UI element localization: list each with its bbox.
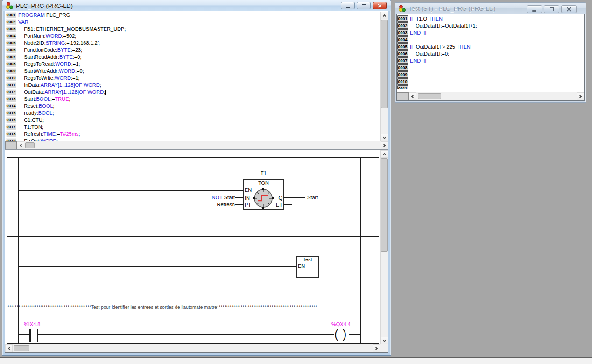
code-text[interactable]: OutData:ARRAY[1..128]OF WORD;: [16, 89, 106, 96]
line-number[interactable]: 0010: [397, 78, 408, 85]
scroll-track[interactable]: [29, 344, 373, 352]
ton-pt-operand[interactable]: Refresh: [192, 202, 235, 207]
scroll-thumb[interactable]: [381, 20, 388, 108]
scroll-right-button[interactable]: [577, 92, 584, 100]
line-number[interactable]: 0007: [6, 54, 16, 60]
coil-address-label[interactable]: %QX4.4: [331, 322, 351, 327]
line-number[interactable]: 0007: [397, 57, 408, 64]
code-line[interactable]: 0010 RegsToWrite:WORD:=1;: [6, 75, 380, 82]
code-line[interactable]: 0001PROGRAM PLC_PRG: [6, 12, 380, 19]
code-line[interactable]: 0005IF OutData[1] > 225 THEN: [397, 43, 584, 50]
ton-q-operand[interactable]: Start: [307, 195, 318, 200]
st-hscrollbar[interactable]: [397, 92, 584, 100]
restore-button[interactable]: [357, 2, 371, 9]
line-number[interactable]: 0008: [6, 61, 16, 67]
scroll-right-button[interactable]: [373, 344, 380, 352]
plc-prg-titlebar[interactable]: PLC_PRG (PRG-LD): [2, 0, 391, 11]
ladder-hscrollbar[interactable]: [5, 344, 380, 352]
code-text[interactable]: OutData[1]:=OutData[1]+1;: [408, 22, 477, 29]
code-text[interactable]: C1:CTU;: [16, 117, 44, 124]
scroll-up-button[interactable]: [381, 150, 388, 158]
code-line[interactable]: 0003END_IF: [397, 29, 584, 36]
code-text[interactable]: Refresh:TIME:=T#25ms;: [16, 131, 80, 138]
code-line[interactable]: 0011: [397, 85, 584, 89]
code-line[interactable]: 0004: [397, 36, 584, 43]
code-text[interactable]: ready:BOOL;: [16, 110, 54, 117]
minimize-button[interactable]: [341, 2, 355, 9]
line-number[interactable]: 0001: [6, 12, 16, 18]
code-line[interactable]: 0017 T1:TON;: [6, 124, 380, 131]
ton-in-operand[interactable]: NOT Start: [192, 195, 235, 200]
code-text[interactable]: END_IF: [408, 57, 428, 64]
line-number[interactable]: 0010: [6, 75, 16, 81]
line-number[interactable]: 0006: [397, 50, 408, 57]
line-number[interactable]: 0011: [397, 85, 408, 89]
minimize-button[interactable]: [527, 5, 542, 13]
line-number[interactable]: 0003: [397, 29, 408, 36]
line-number[interactable]: 0001: [397, 15, 408, 22]
line-number[interactable]: 0013: [6, 96, 16, 102]
line-number[interactable]: 0016: [6, 117, 16, 123]
scroll-down-button[interactable]: [381, 134, 388, 141]
line-number[interactable]: 0012: [6, 89, 16, 95]
code-line[interactable]: 0007END_IF: [397, 57, 584, 64]
line-number[interactable]: 0002: [397, 22, 408, 29]
scroll-thumb[interactable]: [418, 93, 441, 99]
code-text[interactable]: InData:ARRAY[1..128]OF WORD;: [16, 82, 101, 89]
code-text[interactable]: IF OutData[1] > 225 THEN: [408, 43, 471, 50]
code-text[interactable]: Start:BOOL:=TRUE;: [16, 96, 70, 103]
scroll-down-button[interactable]: [381, 337, 388, 344]
code-text[interactable]: END_IF: [408, 29, 428, 36]
close-button[interactable]: [561, 5, 577, 13]
scroll-track[interactable]: [35, 141, 381, 149]
code-line[interactable]: 0006 OutData[1]:=0;: [397, 50, 584, 57]
code-line[interactable]: 0003 FB1: ETHERNET_MODBUSMASTER_UDP;: [6, 26, 380, 33]
code-line[interactable]: 0007 StartReadAddr:BYTE:=0;: [6, 54, 380, 61]
code-line[interactable]: 0008: [397, 64, 584, 71]
line-number[interactable]: 0011: [6, 82, 16, 88]
line-number[interactable]: 0014: [6, 103, 16, 109]
code-text[interactable]: Node2ID:STRING:='192.168.1.2';: [16, 40, 100, 47]
code-text[interactable]: T1:TON;: [16, 124, 43, 131]
code-line[interactable]: 0006 FunctionCode:BYTE:=23;: [6, 47, 380, 54]
line-number[interactable]: 0018: [6, 131, 16, 137]
line-number[interactable]: 0008: [397, 64, 408, 71]
code-text[interactable]: VAR: [16, 19, 28, 26]
scroll-left-button[interactable]: [5, 344, 13, 352]
line-number[interactable]: 0009: [6, 68, 16, 74]
maximize-button[interactable]: [544, 5, 559, 13]
scroll-left-button[interactable]: [17, 141, 24, 149]
scroll-thumb[interactable]: [381, 158, 388, 252]
line-number[interactable]: 0004: [397, 36, 408, 43]
line-number[interactable]: 0003: [6, 26, 16, 32]
code-line[interactable]: 0005 Node2ID:STRING:='192.168.1.2';: [6, 40, 380, 47]
scroll-left-button[interactable]: [409, 92, 416, 100]
code-line[interactable]: 0002 OutData[1]:=OutData[1]+1;: [397, 22, 584, 29]
ladder-vscrollbar[interactable]: [380, 150, 388, 344]
ladder-canvas[interactable]: T1 TON EN IN PT Q ET: [5, 150, 380, 344]
code-line[interactable]: 0008 RegsToRead:WORD:=1;: [6, 61, 380, 68]
code-line[interactable]: 0015 ready:BOOL;: [6, 110, 380, 117]
code-text[interactable]: PROGRAM PLC_PRG: [16, 12, 70, 19]
code-line[interactable]: 0010: [397, 78, 584, 85]
code-text[interactable]: PortNum:WORD:=502;: [16, 33, 76, 40]
code-line[interactable]: 0018 Refresh:TIME:=T#25ms;: [6, 131, 380, 138]
line-number[interactable]: 0006: [6, 47, 16, 53]
contact-address-label[interactable]: %IX4.8: [24, 322, 40, 327]
code-text[interactable]: IF T1.Q THEN: [408, 15, 443, 22]
code-line[interactable]: 0009: [397, 71, 584, 78]
code-line[interactable]: 0014 Reset:BOOL;: [6, 103, 380, 110]
declaration-editor[interactable]: 0001PROGRAM PLC_PRG0002VAR0003 FB1: ETHE…: [6, 12, 380, 141]
code-line[interactable]: 0011 InData:ARRAY[1..128]OF WORD;: [6, 82, 380, 89]
scroll-thumb[interactable]: [25, 142, 35, 148]
line-number[interactable]: 0015: [6, 110, 16, 116]
code-text[interactable]: StartWriteAddr:WORD:=0;: [16, 68, 84, 75]
line-number[interactable]: 0019: [6, 138, 16, 141]
code-line[interactable]: 0004 PortNum:WORD:=502;: [6, 33, 380, 40]
close-button[interactable]: [373, 2, 387, 9]
line-number[interactable]: 0009: [397, 71, 408, 78]
code-line[interactable]: 0016 C1:CTU;: [6, 117, 380, 124]
scroll-thumb[interactable]: [14, 345, 29, 351]
scroll-up-button[interactable]: [381, 12, 388, 19]
code-line[interactable]: 0009 StartWriteAddr:WORD:=0;: [6, 68, 380, 75]
